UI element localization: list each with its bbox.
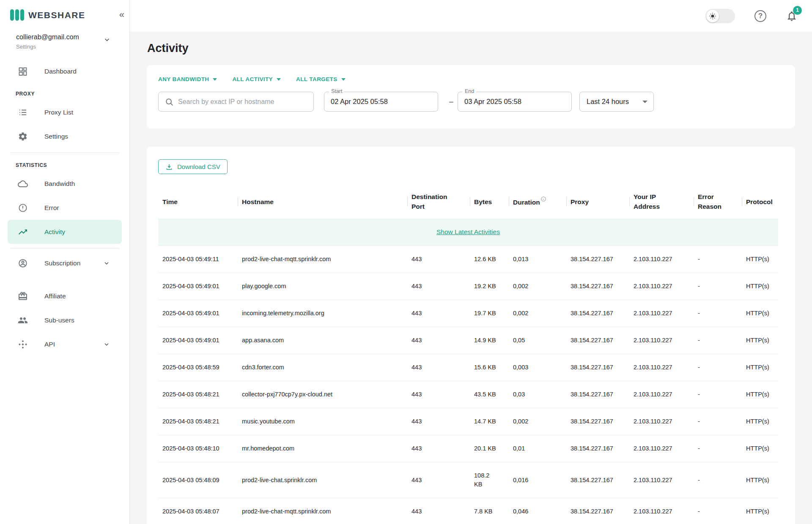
- cell-bytes: 19.2 KB: [470, 273, 509, 300]
- sidebar-item-bandwidth[interactable]: Bandwidth: [8, 172, 122, 196]
- table-row[interactable]: 2025-04-03 05:48:21 music.youtube.com 44…: [158, 408, 778, 435]
- api-icon: [18, 339, 28, 349]
- notifications-button[interactable]: 1: [786, 10, 798, 22]
- table-row[interactable]: 2025-04-03 05:48:07 prod2-live-chat-mqtt…: [158, 498, 778, 524]
- sidebar-item-api[interactable]: API: [8, 332, 122, 356]
- cell-destination-port: 443: [407, 462, 470, 498]
- cell-time: 2025-04-03 05:48:10: [158, 435, 238, 462]
- show-latest-activities-link[interactable]: Show Latest Activities: [436, 228, 500, 235]
- sidebar-item-label: Settings: [44, 133, 68, 140]
- sidebar-item-subscription[interactable]: Subscription: [8, 251, 122, 275]
- table-row[interactable]: 2025-04-03 05:48:09 prod2-live-chat.spri…: [158, 462, 778, 498]
- sidebar-item-affiliate[interactable]: Affiliate: [8, 284, 122, 308]
- caret-down-icon: [213, 78, 217, 81]
- table-row[interactable]: 2025-04-03 05:48:21 collector-pxj770cp7y…: [158, 381, 778, 408]
- list-icon: [18, 107, 28, 117]
- cell-error-reason: -: [694, 327, 742, 354]
- cell-your-ip: 2.103.110.227: [629, 354, 694, 381]
- sidebar-item-sub-users[interactable]: Sub-users: [8, 308, 122, 332]
- cell-error-reason: -: [694, 462, 742, 498]
- filter-activity-dropdown[interactable]: ALL ACTIVITY: [232, 76, 281, 82]
- cell-your-ip: 2.103.110.227: [629, 327, 694, 354]
- sidebar-item-dashboard[interactable]: Dashboard: [8, 59, 122, 83]
- cell-error-reason: -: [694, 246, 742, 273]
- account-settings-label: Settings: [16, 44, 111, 50]
- filter-card: ANY BANDWIDTH ALL ACTIVITY ALL TARGETS: [147, 65, 795, 128]
- sidebar-item-label: Activity: [44, 228, 65, 236]
- cell-duration: 0,046: [509, 498, 566, 524]
- cell-destination-port: 443: [407, 354, 470, 381]
- cell-your-ip: 2.103.110.227: [629, 300, 694, 327]
- filter-chip-row: ANY BANDWIDTH ALL ACTIVITY ALL TARGETS: [158, 76, 784, 82]
- search-input[interactable]: [178, 98, 308, 106]
- cell-proxy: 38.154.227.167: [566, 354, 629, 381]
- cell-hostname: prod2-live-chat-mqtt.sprinklr.com: [238, 498, 407, 524]
- filter-targets-dropdown[interactable]: ALL TARGETS: [296, 76, 346, 82]
- cell-hostname: music.youtube.com: [238, 408, 407, 435]
- notification-badge: 1: [793, 6, 802, 15]
- cell-duration: 0,002: [509, 408, 566, 435]
- theme-toggle[interactable]: [705, 9, 735, 23]
- sidebar-item-error[interactable]: Error: [8, 196, 122, 220]
- cell-time: 2025-04-03 05:48:59: [158, 354, 238, 381]
- account-menu[interactable]: collierab@gmail.com Settings: [0, 21, 129, 50]
- sun-icon: [706, 10, 719, 22]
- cell-error-reason: -: [694, 300, 742, 327]
- download-icon: [165, 163, 173, 171]
- sidebar-item-settings[interactable]: Settings: [8, 124, 122, 148]
- cell-bytes: 108.2 KB: [470, 462, 509, 498]
- chevron-down-icon: [103, 341, 110, 348]
- section-label-statistics: STATISTICS: [0, 155, 129, 172]
- col-header-bytes: Bytes: [470, 185, 509, 218]
- cell-time: 2025-04-03 05:48:21: [158, 408, 238, 435]
- activity-table: Time Hostname Destination Port Bytes Dur…: [158, 185, 778, 524]
- cell-time: 2025-04-03 05:49:11: [158, 246, 238, 273]
- cell-bytes: 19.7 KB: [470, 300, 509, 327]
- help-icon[interactable]: ?: [754, 10, 766, 22]
- table-row[interactable]: 2025-04-03 05:48:59 cdn3.forter.com 443 …: [158, 354, 778, 381]
- chevron-down-icon: [103, 36, 111, 44]
- cell-destination-port: 443: [407, 273, 470, 300]
- filter-label: ANY BANDWIDTH: [158, 76, 209, 82]
- table-row[interactable]: 2025-04-03 05:48:10 mr.homedepot.com 443…: [158, 435, 778, 462]
- cell-time: 2025-04-03 05:48:21: [158, 381, 238, 408]
- caret-down-icon: [277, 78, 281, 81]
- table-row[interactable]: 2025-04-03 05:49:11 prod2-live-chat-mqtt…: [158, 246, 778, 273]
- col-header-proxy: Proxy: [566, 185, 629, 218]
- cell-proxy: 38.154.227.167: [566, 381, 629, 408]
- cell-destination-port: 443: [407, 246, 470, 273]
- cell-proxy: 38.154.227.167: [566, 300, 629, 327]
- cell-destination-port: 443: [407, 327, 470, 354]
- cell-time: 2025-04-03 05:49:01: [158, 273, 238, 300]
- table-row[interactable]: 2025-04-03 05:49:01 incoming.telemetry.m…: [158, 300, 778, 327]
- chevron-down-icon: [103, 260, 110, 267]
- cell-your-ip: 2.103.110.227: [629, 435, 694, 462]
- sidebar-collapse-icon[interactable]: «: [119, 10, 124, 19]
- sidebar-item-proxy-list[interactable]: Proxy List: [8, 100, 122, 124]
- group-icon: [18, 315, 28, 325]
- caret-down-icon: [642, 101, 647, 103]
- table-row[interactable]: 2025-04-03 05:49:01 play.google.com 443 …: [158, 273, 778, 300]
- cell-duration: 0,003: [509, 354, 566, 381]
- cell-your-ip: 2.103.110.227: [629, 381, 694, 408]
- end-date-value: 03 Apr 2025 05:58: [464, 98, 521, 106]
- show-latest-row: Show Latest Activities: [158, 218, 778, 246]
- download-csv-button[interactable]: Download CSV: [158, 159, 228, 174]
- filter-bandwidth-dropdown[interactable]: ANY BANDWIDTH: [158, 76, 217, 82]
- app-root: WEBSHARE « collierab@gmail.com Settings …: [0, 0, 812, 524]
- cell-time: 2025-04-03 05:48:09: [158, 462, 238, 498]
- cell-proxy: 38.154.227.167: [566, 246, 629, 273]
- cell-protocol: HTTP(s): [742, 246, 778, 273]
- date-range-separator: –: [445, 98, 458, 106]
- sidebar-item-activity[interactable]: Activity: [8, 220, 122, 244]
- start-date-field[interactable]: Start 02 Apr 2025 05:58: [324, 92, 438, 112]
- brand-logo[interactable]: WEBSHARE: [0, 0, 129, 21]
- end-date-field[interactable]: End 03 Apr 2025 05:58: [458, 92, 572, 112]
- cell-duration: 0,002: [509, 273, 566, 300]
- error-icon: [18, 203, 28, 213]
- cell-duration: 0,002: [509, 300, 566, 327]
- table-row[interactable]: 2025-04-03 05:49:01 app.asana.com 443 14…: [158, 327, 778, 354]
- sidebar-item-label: Dashboard: [44, 68, 77, 75]
- time-range-select[interactable]: Last 24 hours: [579, 92, 654, 112]
- sidebar-item-label: Bandwidth: [44, 180, 75, 188]
